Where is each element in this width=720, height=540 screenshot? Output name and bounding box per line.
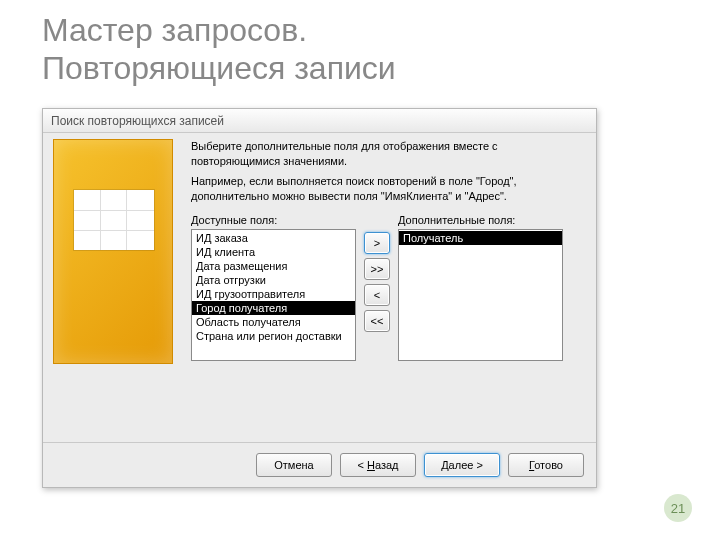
dialog-body: Выберите дополнительные поля для отображ…: [43, 133, 596, 487]
finish-button[interactable]: Готово: [508, 453, 584, 477]
slide-page-number-badge: 21: [664, 494, 692, 522]
instruction-line-1: Выберите дополнительные поля для отображ…: [191, 139, 586, 169]
slide-title-line2: Повторяющиеся записи: [42, 50, 396, 86]
duplicate-records-wizard-dialog: Поиск повторяющихся записей Выберите доп…: [42, 108, 597, 488]
instruction-line-2: Например, если выполняется поиск повторе…: [191, 174, 586, 204]
available-fields-listbox[interactable]: ИД заказаИД клиентаДата размещенияДата о…: [191, 229, 356, 361]
dialog-titlebar: Поиск повторяющихся записей: [43, 109, 596, 133]
list-item[interactable]: Дата отгрузки: [192, 273, 355, 287]
list-item[interactable]: Город получателя: [192, 301, 355, 315]
wizard-illustration: [53, 139, 173, 364]
dialog-footer: Отмена < Назад Далее > Готово: [43, 442, 596, 487]
list-item[interactable]: Дата размещения: [192, 259, 355, 273]
wizard-instructions: Выберите дополнительные поля для отображ…: [191, 139, 586, 208]
dialog-content: Выберите дополнительные поля для отображ…: [43, 133, 596, 442]
available-fields-label: Доступные поля:: [191, 214, 356, 226]
add-all-fields-button[interactable]: >>: [364, 258, 390, 280]
additional-fields-group: Дополнительные поля: Получатель: [398, 214, 563, 361]
remove-all-fields-button[interactable]: <<: [364, 310, 390, 332]
wizard-illustration-table-icon: [74, 190, 154, 250]
remove-field-button[interactable]: <: [364, 284, 390, 306]
available-fields-group: Доступные поля: ИД заказаИД клиентаДата …: [191, 214, 356, 361]
list-item[interactable]: ИД грузоотправителя: [192, 287, 355, 301]
cancel-button[interactable]: Отмена: [256, 453, 332, 477]
additional-fields-label: Дополнительные поля:: [398, 214, 563, 226]
list-item[interactable]: ИД заказа: [192, 231, 355, 245]
back-button[interactable]: < Назад: [340, 453, 416, 477]
slide-title: Мастер запросов. Повторяющиеся записи: [42, 12, 396, 88]
additional-fields-listbox[interactable]: Получатель: [398, 229, 563, 361]
mover-buttons: > >> < <<: [364, 214, 390, 361]
add-field-button[interactable]: >: [364, 232, 390, 254]
next-button[interactable]: Далее >: [424, 453, 500, 477]
list-item[interactable]: Получатель: [399, 231, 562, 245]
list-item[interactable]: Область получателя: [192, 315, 355, 329]
wizard-right-pane: Выберите дополнительные поля для отображ…: [191, 139, 586, 434]
list-item[interactable]: ИД клиента: [192, 245, 355, 259]
slide-title-line1: Мастер запросов.: [42, 12, 307, 48]
field-picker: Доступные поля: ИД заказаИД клиентаДата …: [191, 214, 586, 361]
list-item[interactable]: Страна или регион доставки: [192, 329, 355, 343]
